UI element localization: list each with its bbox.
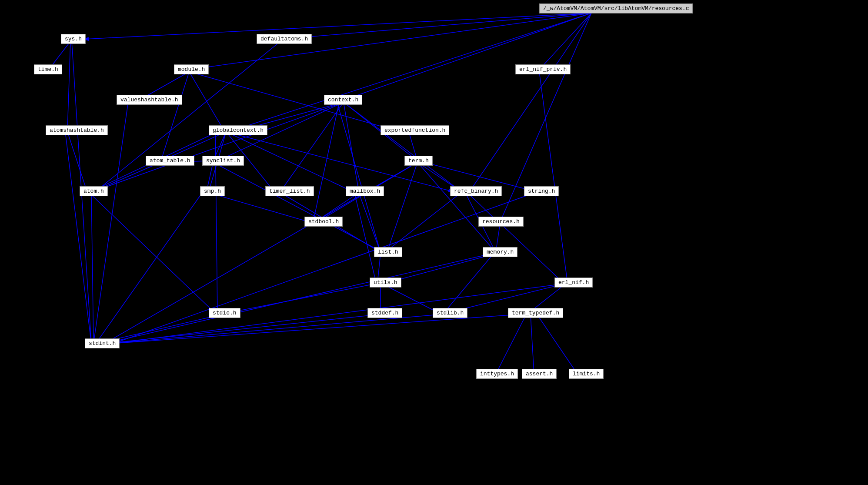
svg-line-41 bbox=[91, 193, 93, 344]
node-valueshashtable_h: valueshashtable.h bbox=[117, 95, 182, 105]
node-globalcontext_h: globalcontext.h bbox=[209, 125, 267, 135]
svg-line-7 bbox=[470, 13, 591, 191]
node-exportedfunction_h: exportedfunction.h bbox=[381, 125, 449, 135]
svg-line-60 bbox=[496, 314, 526, 374]
node-atom_h: atom.h bbox=[80, 186, 108, 196]
node-smp_h: smp.h bbox=[200, 186, 225, 196]
node-atom_table_h: atom_table.h bbox=[146, 156, 194, 166]
svg-line-77 bbox=[113, 284, 561, 344]
svg-line-21 bbox=[280, 102, 344, 191]
svg-line-50 bbox=[387, 254, 496, 283]
node-refc_binary_h: refc_binary.h bbox=[450, 186, 502, 196]
svg-line-2 bbox=[189, 13, 591, 70]
node-erl_nif_priv_h: erl_nif_priv.h bbox=[515, 64, 571, 74]
svg-line-9 bbox=[67, 41, 70, 130]
svg-line-4 bbox=[344, 13, 591, 100]
svg-line-15 bbox=[539, 72, 568, 283]
svg-line-29 bbox=[226, 132, 352, 191]
node-atomshashtable_h: atomshashtable.h bbox=[46, 125, 108, 135]
svg-line-14 bbox=[189, 72, 396, 130]
svg-line-38 bbox=[417, 162, 496, 252]
node-module_h: module.h bbox=[174, 64, 209, 74]
node-term_typedef_h: term_typedef.h bbox=[508, 308, 563, 318]
svg-line-73 bbox=[354, 193, 376, 283]
svg-line-75 bbox=[444, 254, 494, 313]
svg-line-12 bbox=[189, 72, 224, 130]
svg-line-76 bbox=[226, 284, 374, 313]
node-utils_h: utils.h bbox=[370, 278, 401, 288]
node-stddef_h: stddef.h bbox=[367, 308, 402, 318]
node-stdint_h: stdint.h bbox=[85, 338, 120, 348]
node-context_h: context.h bbox=[324, 95, 362, 105]
svg-line-62 bbox=[537, 314, 578, 374]
node-list_h: list.h bbox=[374, 247, 402, 257]
node-assert_h: assert.h bbox=[522, 369, 557, 379]
svg-line-10 bbox=[96, 41, 280, 191]
node-string_h: string.h bbox=[524, 186, 559, 196]
svg-line-63 bbox=[89, 193, 215, 313]
node-memory_h: memory.h bbox=[483, 247, 517, 257]
node-sys_h: sys.h bbox=[61, 34, 86, 44]
node-timer_list_h: timer_list.h bbox=[265, 186, 314, 196]
node-stdlib_h: stdlib.h bbox=[433, 308, 467, 318]
svg-line-69 bbox=[113, 193, 535, 344]
node-limits_h: limits.h bbox=[569, 369, 604, 379]
svg-line-47 bbox=[385, 193, 461, 252]
node-mailbox_h: mailbox.h bbox=[346, 186, 384, 196]
svg-line-44 bbox=[359, 193, 381, 252]
svg-line-65 bbox=[93, 101, 128, 344]
svg-line-59 bbox=[111, 314, 517, 344]
node-inttypes_h: inttypes.h bbox=[476, 369, 518, 379]
svg-line-17 bbox=[344, 102, 359, 191]
title-node: /_w/AtomVM/AtomVM/src/libAtomVM/resource… bbox=[539, 3, 693, 13]
node-time_h: time.h bbox=[34, 64, 62, 74]
node-synclist_h: synclist.h bbox=[202, 156, 244, 166]
svg-line-66 bbox=[65, 132, 91, 344]
node-defaultatoms_h: defaultatoms.h bbox=[257, 34, 312, 44]
svg-line-78 bbox=[313, 102, 339, 222]
svg-line-42 bbox=[209, 193, 309, 222]
node-stdio_h: stdio.h bbox=[209, 308, 240, 318]
svg-line-68 bbox=[337, 102, 381, 252]
svg-line-23 bbox=[67, 132, 87, 191]
svg-line-61 bbox=[531, 314, 534, 374]
node-resources_h: resources.h bbox=[478, 217, 524, 227]
node-term_h: term.h bbox=[404, 156, 433, 166]
node-erl_nif_h: erl_nif.h bbox=[554, 278, 593, 288]
dependency-graph-edges bbox=[0, 0, 868, 485]
node-stdbool_h: stdbool.h bbox=[304, 217, 343, 227]
svg-line-0 bbox=[85, 13, 591, 39]
svg-line-22 bbox=[93, 102, 344, 191]
